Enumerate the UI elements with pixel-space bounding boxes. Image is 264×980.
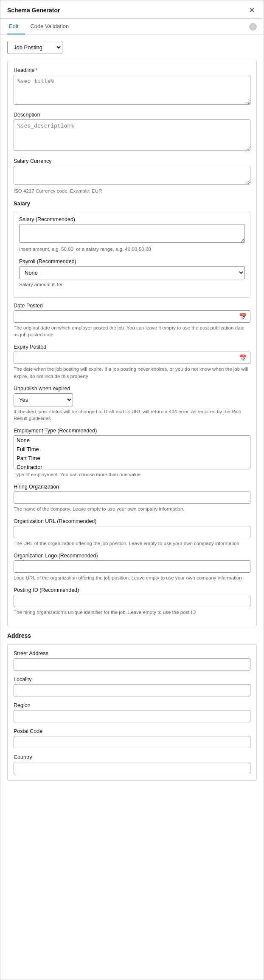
description-label: Description bbox=[14, 112, 250, 118]
salary-recommended-hint: Insert amount, e.g. 50.00, or a salary r… bbox=[19, 246, 245, 253]
hiring-org-group: Hiring Organization The name of the comp… bbox=[14, 484, 250, 512]
headline-input[interactable] bbox=[14, 75, 250, 105]
hiring-org-hint: The name of the company. Leave empty to … bbox=[14, 506, 250, 512]
schema-generator-modal: Schema Generator ✕ Edit Code Validation … bbox=[0, 0, 264, 980]
salary-inner-section: Salary (Recommended) Insert amount, e.g.… bbox=[14, 211, 250, 298]
street-address-input[interactable] bbox=[14, 658, 250, 670]
org-logo-input[interactable] bbox=[14, 560, 250, 573]
expiry-posted-label: Expiry Posted bbox=[14, 344, 250, 350]
expiry-posted-hint: The date when the job posting will expir… bbox=[14, 366, 250, 379]
postal-code-group: Postal Code bbox=[14, 728, 250, 748]
org-logo-group: Organization Logo (Recommended) Logo URL… bbox=[14, 553, 250, 581]
unpublish-expired-label: Unpublish when expired bbox=[14, 386, 250, 392]
employment-option-fulltime[interactable]: Full Time bbox=[14, 445, 250, 454]
salary-section: Salary Salary (Recommended) Insert amoun… bbox=[14, 200, 250, 298]
org-url-label: Organization URL (Recommended) bbox=[14, 518, 250, 524]
salary-recommended-input[interactable] bbox=[19, 224, 245, 243]
schema-select-wrap: Job Posting bbox=[7, 41, 257, 54]
org-logo-label: Organization Logo (Recommended) bbox=[14, 553, 250, 559]
close-button[interactable]: ✕ bbox=[247, 6, 257, 15]
date-posted-hint: The original date on which employer post… bbox=[14, 324, 250, 338]
expiry-posted-input[interactable] bbox=[14, 352, 250, 364]
date-posted-input[interactable] bbox=[14, 310, 250, 323]
modal-header: Schema Generator ✕ bbox=[0, 0, 264, 19]
date-posted-input-wrap: 📅 bbox=[14, 310, 250, 323]
org-url-input[interactable] bbox=[14, 526, 250, 538]
street-address-group: Street Address bbox=[14, 650, 250, 670]
locality-group: Locality bbox=[14, 676, 250, 696]
salary-currency-group: Salary Currency ISO 4217 Currency code. … bbox=[14, 158, 250, 194]
expiry-posted-input-wrap: 📅 bbox=[14, 352, 250, 364]
salary-recommended-group: Salary (Recommended) Insert amount, e.g.… bbox=[19, 216, 245, 253]
payroll-recommended-group: Payroll (Recommended) None HOUR DAY WEEK… bbox=[19, 258, 245, 288]
posting-id-hint: The hiring organization's unique identif… bbox=[14, 609, 250, 616]
locality-label: Locality bbox=[14, 676, 250, 682]
postal-code-input[interactable] bbox=[14, 736, 250, 748]
schema-type-select[interactable]: Job Posting bbox=[7, 41, 62, 54]
modal-title: Schema Generator bbox=[7, 7, 60, 14]
posting-id-input[interactable] bbox=[14, 595, 250, 607]
headline-label: Headline* bbox=[14, 67, 250, 73]
postal-code-label: Postal Code bbox=[14, 728, 250, 734]
tab-code-validation[interactable]: Code Validation bbox=[28, 19, 76, 34]
employment-type-hint: Type of employment. You can choose more … bbox=[14, 471, 250, 478]
region-label: Region bbox=[14, 702, 250, 708]
employment-option-parttime[interactable]: Part Time bbox=[14, 454, 250, 463]
description-input[interactable] bbox=[14, 119, 250, 151]
country-group: Country bbox=[14, 754, 250, 774]
address-section-title: Address bbox=[7, 632, 257, 639]
street-address-label: Street Address bbox=[14, 650, 250, 656]
description-group: Description bbox=[14, 112, 250, 152]
posting-id-label: Posting ID (Recommended) bbox=[14, 587, 250, 593]
modal-body: Job Posting Headline* Description Salary… bbox=[0, 35, 264, 980]
payroll-recommended-label: Payroll (Recommended) bbox=[19, 258, 245, 264]
unpublish-expired-hint: If checked, post status will be changed … bbox=[14, 408, 250, 422]
expiry-posted-group: Expiry Posted 📅 The date when the job po… bbox=[14, 344, 250, 379]
address-section: Address Street Address Locality Region bbox=[7, 632, 257, 781]
unpublish-expired-group: Unpublish when expired Yes No If checked… bbox=[14, 386, 250, 422]
tab-edit[interactable]: Edit bbox=[7, 19, 25, 34]
salary-currency-hint: ISO 4217 Currency code. Example: EUR bbox=[14, 187, 250, 194]
payroll-select[interactable]: None HOUR DAY WEEK MONTH YEAR bbox=[19, 266, 245, 279]
org-logo-hint: Logo URL of the organization offering th… bbox=[14, 574, 250, 581]
hiring-org-label: Hiring Organization bbox=[14, 484, 250, 490]
org-url-hint: The URL of the organization offering the… bbox=[14, 540, 250, 547]
tab-bar: Edit Code Validation i bbox=[0, 19, 264, 35]
main-form-section: Headline* Description Salary Currency IS… bbox=[7, 61, 257, 626]
org-url-group: Organization URL (Recommended) The URL o… bbox=[14, 518, 250, 547]
country-input[interactable] bbox=[14, 762, 250, 774]
employment-type-label: Employment Type (Recommended) bbox=[14, 428, 250, 434]
payroll-hint: Salary amount is for bbox=[19, 281, 245, 288]
salary-section-title: Salary bbox=[14, 200, 250, 207]
employment-type-group: Employment Type (Recommended) None Full … bbox=[14, 428, 250, 478]
region-input[interactable] bbox=[14, 710, 250, 722]
info-icon[interactable]: i bbox=[249, 23, 257, 31]
unpublish-expired-select[interactable]: Yes No bbox=[14, 393, 73, 406]
address-form-section: Street Address Locality Region Postal Co… bbox=[7, 644, 257, 781]
headline-group: Headline* bbox=[14, 67, 250, 106]
country-label: Country bbox=[14, 754, 250, 760]
hiring-org-input[interactable] bbox=[14, 491, 250, 504]
date-posted-label: Date Posted bbox=[14, 303, 250, 309]
salary-currency-input[interactable] bbox=[14, 166, 250, 185]
employment-type-listbox[interactable]: None Full Time Part Time Contractor bbox=[14, 435, 250, 469]
posting-id-group: Posting ID (Recommended) The hiring orga… bbox=[14, 587, 250, 616]
employment-option-contractor[interactable]: Contractor bbox=[14, 463, 250, 469]
region-group: Region bbox=[14, 702, 250, 722]
salary-recommended-label: Salary (Recommended) bbox=[19, 216, 245, 222]
employment-option-none[interactable]: None bbox=[14, 436, 250, 445]
locality-input[interactable] bbox=[14, 684, 250, 696]
date-posted-group: Date Posted 📅 The original date on which… bbox=[14, 303, 250, 338]
salary-currency-label: Salary Currency bbox=[14, 158, 250, 164]
